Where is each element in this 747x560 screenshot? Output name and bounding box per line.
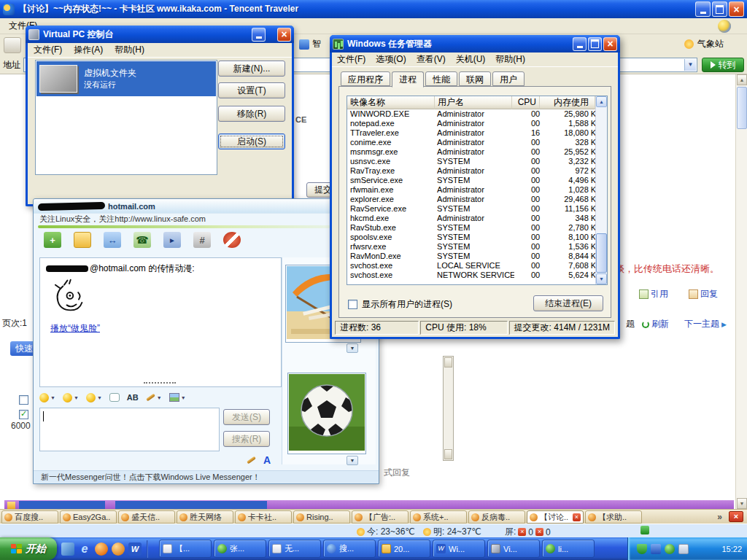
scroll-down-icon[interactable]: ▼ bbox=[737, 498, 747, 509]
browser-tab[interactable]: 系统+.. bbox=[410, 510, 467, 524]
text-mode-icon[interactable]: A bbox=[263, 454, 271, 466]
process-row[interactable]: spoolsv.exe SYSTEM 00 8,100 K bbox=[347, 233, 595, 242]
remove-button[interactable]: 移除(R) bbox=[218, 106, 285, 122]
taskbar-window-button[interactable]: Vi... bbox=[487, 540, 540, 558]
handwriting-toggle[interactable]: A bbox=[247, 454, 271, 466]
start-vm-button[interactable]: 启动(S) bbox=[218, 133, 285, 149]
scrollbar-thumb[interactable] bbox=[596, 233, 607, 273]
process-row[interactable]: WINWORD.EXE Administrator 00 25,980 K bbox=[347, 109, 595, 119]
menu-options[interactable]: 选项(O) bbox=[371, 53, 411, 66]
browser-tab[interactable]: Easy2Ga.. bbox=[60, 510, 117, 524]
close-button[interactable] bbox=[277, 28, 291, 42]
browser-tab[interactable]: 卡卡社.. bbox=[235, 510, 292, 524]
send-file-icon[interactable] bbox=[74, 232, 91, 248]
column-header[interactable]: 用户名 bbox=[435, 96, 512, 109]
settings-button[interactable]: 设置(T) bbox=[218, 82, 285, 98]
wink-picker[interactable]: ▼ bbox=[63, 393, 79, 402]
process-row[interactable]: rfwsrv.exe SYSTEM 00 1,536 K bbox=[347, 242, 595, 252]
taskbar-window-button[interactable]: 搜... bbox=[323, 540, 376, 558]
start-button[interactable]: 开始 bbox=[0, 537, 57, 560]
menu-action[interactable]: 操作(A) bbox=[68, 44, 109, 56]
taskbar-window-button[interactable]: li... bbox=[542, 540, 595, 558]
column-header[interactable]: 内存使用 bbox=[540, 96, 595, 109]
internet-explorer-icon[interactable] bbox=[78, 542, 91, 556]
textarea-scrollbar[interactable] bbox=[443, 356, 454, 461]
process-row[interactable]: TTraveler.exe Administrator 16 18,080 K bbox=[347, 128, 595, 138]
clock[interactable]: 15:22 bbox=[721, 545, 742, 553]
taskbar-window-button[interactable]: 无... bbox=[268, 540, 321, 558]
browser-tab[interactable]: 盛天信.. bbox=[118, 510, 175, 524]
close-button[interactable] bbox=[603, 37, 617, 51]
taskbar-window-button[interactable]: 张... bbox=[214, 540, 266, 558]
browser-tab[interactable]: 胜天网络 bbox=[177, 510, 233, 524]
option-checkbox-checked[interactable] bbox=[19, 410, 28, 419]
dropdown-arrow-icon[interactable]: ▼ bbox=[684, 59, 696, 71]
smart-block-button[interactable]: 智 bbox=[299, 38, 321, 50]
menu-view[interactable]: 查看(V) bbox=[411, 53, 451, 66]
activities-icon[interactable] bbox=[193, 232, 211, 248]
play-wink-link[interactable]: 播放“做鬼脸” bbox=[50, 322, 100, 335]
browser-tab[interactable]: 百度搜.. bbox=[1, 510, 58, 524]
taskbar-window-button[interactable]: 【... bbox=[159, 540, 212, 558]
taskmgr-tab[interactable]: 进程 bbox=[392, 71, 424, 88]
option-checkbox-unchecked[interactable] bbox=[19, 395, 28, 405]
process-row[interactable]: svchost.exe NETWORK SERVICE 00 5,624 K bbox=[347, 271, 595, 280]
quote-link[interactable]: 引用 bbox=[639, 288, 668, 300]
vm-list[interactable]: 虚拟机文件夹 没有运行 bbox=[35, 60, 217, 175]
browser-tab[interactable]: 反病毒.. bbox=[468, 510, 525, 524]
file-transfer-icon[interactable] bbox=[104, 232, 121, 248]
scroll-up-icon[interactable]: ▲ bbox=[596, 96, 607, 107]
browser-tab[interactable]: 【广告:.. bbox=[352, 510, 409, 524]
process-row[interactable]: hkcmd.exe Administrator 00 348 K bbox=[347, 214, 595, 223]
minimize-button[interactable] bbox=[573, 37, 587, 51]
reply-link[interactable]: 回复 bbox=[689, 288, 718, 300]
menu-file[interactable]: 文件(F) bbox=[332, 53, 371, 66]
column-header[interactable]: CPU bbox=[512, 96, 540, 109]
picture-options-chevron-icon[interactable]: ▼ bbox=[347, 456, 358, 465]
tencent-traveler-icon[interactable] bbox=[112, 542, 125, 556]
process-row[interactable]: rfwmain.exe Administrator 00 1,028 K bbox=[347, 185, 595, 195]
maximize-button[interactable] bbox=[588, 37, 602, 51]
call-icon[interactable] bbox=[133, 232, 151, 248]
image-picker[interactable]: ▼ bbox=[169, 393, 186, 402]
firewall-icon[interactable] bbox=[651, 544, 661, 554]
process-row[interactable]: explorer.exe Administrator 00 29,468 K bbox=[347, 195, 595, 204]
menu-shutdown[interactable]: 关机(U) bbox=[451, 53, 491, 66]
process-row[interactable]: RavService.exe SYSTEM 00 11,156 K bbox=[347, 204, 595, 214]
process-row[interactable]: conime.exe Administrator 00 328 K bbox=[347, 138, 595, 147]
process-row[interactable]: notepad.exe Administrator 00 1,588 K bbox=[347, 119, 595, 128]
process-row[interactable]: usnsvc.exe SYSTEM 00 3,232 K bbox=[347, 157, 595, 166]
weather-station-button[interactable]: 气象站 bbox=[684, 38, 724, 50]
close-button[interactable] bbox=[729, 1, 744, 17]
page-scrollbar[interactable]: ▲ ▼ bbox=[735, 74, 747, 509]
word-icon[interactable] bbox=[128, 542, 142, 556]
block-contact-icon[interactable] bbox=[223, 232, 241, 248]
restore-button[interactable] bbox=[712, 1, 727, 17]
refresh-link[interactable]: 刷新 bbox=[642, 318, 669, 330]
column-header[interactable]: 映像名称 bbox=[347, 96, 435, 109]
taskbar-window-button[interactable]: Wi... bbox=[433, 540, 485, 558]
menu-file[interactable]: 文件(F) bbox=[28, 44, 68, 56]
scroll-up-icon[interactable]: ▲ bbox=[737, 74, 747, 85]
taskmgr-tab[interactable]: 应用程序 bbox=[341, 71, 390, 86]
background-picker[interactable]: ▼ bbox=[146, 395, 162, 400]
animation-picker[interactable]: ▼ bbox=[86, 393, 102, 402]
tabbar-close-button[interactable] bbox=[729, 511, 743, 522]
menu-help[interactable]: 帮助(H) bbox=[490, 53, 530, 66]
taskmgr-tab[interactable]: 用户 bbox=[492, 71, 525, 86]
process-row[interactable]: smService.exe SYSTEM 00 4,496 K bbox=[347, 176, 595, 185]
process-row[interactable]: RavMonD.exe SYSTEM 00 8,844 K bbox=[347, 252, 595, 261]
message-history[interactable]: @hotmail.com 的传情动漫: 播放“做鬼脸” bbox=[39, 257, 282, 387]
vpc-titlebar[interactable]: Virtual PC 控制台 bbox=[26, 26, 294, 43]
messenger-titlebar[interactable]: hotmail.com bbox=[34, 199, 379, 214]
font-button[interactable]: AB bbox=[127, 393, 139, 402]
taskmgr-titlebar[interactable]: Windows 任务管理器 bbox=[330, 35, 620, 52]
tab-overflow-button[interactable]: » bbox=[717, 512, 722, 522]
send-button[interactable]: 发送(S) bbox=[223, 409, 270, 425]
process-row[interactable]: RavStub.exe SYSTEM 00 2,780 K bbox=[347, 223, 595, 233]
scroll-down-icon[interactable]: ▼ bbox=[596, 273, 607, 284]
media-player-icon[interactable] bbox=[95, 542, 108, 556]
message-input[interactable] bbox=[39, 408, 220, 451]
invite-contact-icon[interactable] bbox=[44, 232, 61, 248]
tab-close-icon[interactable] bbox=[573, 513, 581, 521]
